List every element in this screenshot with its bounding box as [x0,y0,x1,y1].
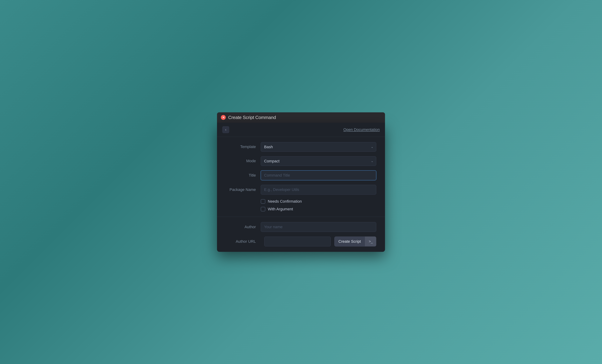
with-argument-checkbox[interactable] [261,207,265,211]
author-url-label: Author URL [226,239,261,244]
needs-confirmation-label: Needs Confirmation [268,199,302,204]
title-bar: ✕ Create Script Command [217,112,385,123]
checkboxes-area: Needs Confirmation With Argument [261,199,376,211]
window-title: Create Script Command [228,115,276,120]
template-label: Template [226,145,261,149]
template-select[interactable]: Bash Python Ruby Node.js Swift [261,142,376,152]
open-documentation-button[interactable]: Open Documentation [343,128,380,132]
back-button[interactable]: ‹ [222,126,229,133]
terminal-icon: >_ [365,236,376,246]
author-label: Author [226,225,261,229]
main-window: ‹ Open Documentation Template Bash Pytho… [217,123,385,252]
app-window: ✕ Create Script Command ‹ Open Documenta… [217,112,385,252]
needs-confirmation-checkbox[interactable] [261,199,265,204]
package-name-input[interactable] [261,185,376,195]
title-input[interactable] [261,171,376,180]
mode-select[interactable]: Compact Full Inline [261,156,376,166]
mode-select-wrapper: Compact Full Inline ⌄ [261,156,376,166]
template-select-wrapper: Bash Python Ruby Node.js Swift ⌄ [261,142,376,152]
package-name-row: Package Name [226,185,376,195]
form-section: Template Bash Python Ruby Node.js Swift … [217,137,385,217]
author-url-input[interactable]: https://github.com/stuvrt [264,236,331,246]
author-row: Author [226,222,376,232]
window-toolbar: ‹ Open Documentation [217,123,385,137]
with-argument-row[interactable]: With Argument [261,207,376,211]
package-name-label: Package Name [226,187,261,192]
author-url-row: Author URL https://github.com/stuvrt Cre… [226,236,376,246]
traffic-light-close[interactable]: ✕ [221,115,226,120]
title-row: Title [226,171,376,180]
title-label: Title [226,173,261,178]
chevron-left-icon: ‹ [225,128,226,132]
author-input[interactable] [261,222,376,232]
mode-row: Mode Compact Full Inline ⌄ [226,156,376,166]
template-row: Template Bash Python Ruby Node.js Swift … [226,142,376,152]
create-script-label: Create Script [334,236,365,246]
author-section: Author Author URL https://github.com/stu… [217,217,385,252]
create-script-button[interactable]: Create Script >_ [334,236,376,246]
mode-label: Mode [226,159,261,163]
with-argument-label: With Argument [268,207,293,211]
needs-confirmation-row[interactable]: Needs Confirmation [261,199,376,204]
